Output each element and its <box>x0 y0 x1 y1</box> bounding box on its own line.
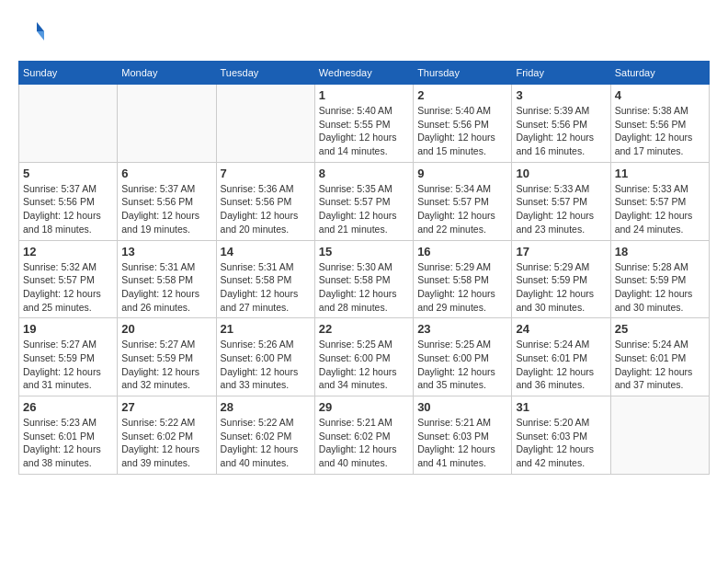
day-info: Sunrise: 5:28 AM Sunset: 5:59 PM Dayligh… <box>615 260 705 315</box>
calendar-cell: 27Sunrise: 5:22 AM Sunset: 6:02 PM Dayli… <box>118 396 216 475</box>
day-number: 6 <box>121 167 211 180</box>
calendar-cell: 6Sunrise: 5:37 AM Sunset: 5:56 PM Daylig… <box>118 162 216 240</box>
day-number: 21 <box>221 322 311 336</box>
day-info: Sunrise: 5:38 AM Sunset: 5:56 PM Dayligh… <box>615 104 705 158</box>
day-info: Sunrise: 5:31 AM Sunset: 5:58 PM Dayligh… <box>121 260 211 315</box>
day-info: Sunrise: 5:21 AM Sunset: 6:02 PM Dayligh… <box>319 416 409 470</box>
day-number: 7 <box>221 167 311 180</box>
day-info: Sunrise: 5:24 AM Sunset: 6:01 PM Dayligh… <box>615 338 705 392</box>
calendar-cell: 15Sunrise: 5:30 AM Sunset: 5:58 PM Dayli… <box>314 240 413 318</box>
day-number: 3 <box>516 88 606 102</box>
day-info: Sunrise: 5:20 AM Sunset: 6:03 PM Dayligh… <box>516 416 606 470</box>
calendar-cell: 28Sunrise: 5:22 AM Sunset: 6:02 PM Dayli… <box>216 396 314 475</box>
day-number: 11 <box>615 167 705 180</box>
calendar-cell: 4Sunrise: 5:38 AM Sunset: 5:56 PM Daylig… <box>610 85 709 163</box>
day-info: Sunrise: 5:33 AM Sunset: 5:57 PM Dayligh… <box>615 182 705 236</box>
day-number: 5 <box>23 167 113 180</box>
day-number: 14 <box>221 245 311 259</box>
calendar-cell: 20Sunrise: 5:27 AM Sunset: 5:59 PM Dayli… <box>118 318 216 396</box>
day-number: 22 <box>319 322 409 336</box>
calendar-cell: 2Sunrise: 5:40 AM Sunset: 5:56 PM Daylig… <box>414 85 512 163</box>
calendar-week-row: 1Sunrise: 5:40 AM Sunset: 5:55 PM Daylig… <box>19 85 710 163</box>
day-number: 4 <box>615 88 705 102</box>
day-number: 31 <box>516 400 606 414</box>
day-info: Sunrise: 5:27 AM Sunset: 5:59 PM Dayligh… <box>121 338 211 392</box>
calendar-cell: 29Sunrise: 5:21 AM Sunset: 6:02 PM Dayli… <box>314 396 413 475</box>
day-number: 2 <box>417 88 507 102</box>
calendar-cell: 25Sunrise: 5:24 AM Sunset: 6:01 PM Dayli… <box>610 318 709 396</box>
day-number: 25 <box>615 322 705 336</box>
day-info: Sunrise: 5:26 AM Sunset: 6:00 PM Dayligh… <box>221 338 311 392</box>
calendar-week-row: 19Sunrise: 5:27 AM Sunset: 5:59 PM Dayli… <box>19 318 710 396</box>
day-number: 9 <box>417 167 507 180</box>
calendar-header-friday: Friday <box>512 62 610 85</box>
calendar-header-row: SundayMondayTuesdayWednesdayThursdayFrid… <box>19 62 710 85</box>
day-number: 1 <box>319 88 409 102</box>
day-number: 13 <box>121 245 211 259</box>
calendar-week-row: 26Sunrise: 5:23 AM Sunset: 6:01 PM Dayli… <box>19 396 710 475</box>
day-number: 8 <box>319 167 409 180</box>
calendar-cell: 12Sunrise: 5:32 AM Sunset: 5:57 PM Dayli… <box>19 240 118 318</box>
day-number: 10 <box>516 167 606 180</box>
day-info: Sunrise: 5:27 AM Sunset: 5:59 PM Dayligh… <box>23 338 113 392</box>
day-number: 29 <box>319 400 409 414</box>
day-info: Sunrise: 5:37 AM Sunset: 5:56 PM Dayligh… <box>121 182 211 236</box>
calendar-cell: 19Sunrise: 5:27 AM Sunset: 5:59 PM Dayli… <box>19 318 118 396</box>
day-info: Sunrise: 5:21 AM Sunset: 6:03 PM Dayligh… <box>417 416 507 470</box>
calendar-header-saturday: Saturday <box>610 62 709 85</box>
day-number: 27 <box>121 400 211 414</box>
day-info: Sunrise: 5:35 AM Sunset: 5:57 PM Dayligh… <box>319 182 409 236</box>
calendar-cell: 11Sunrise: 5:33 AM Sunset: 5:57 PM Dayli… <box>610 162 709 240</box>
calendar-cell: 13Sunrise: 5:31 AM Sunset: 5:58 PM Dayli… <box>118 240 216 318</box>
calendar-header-monday: Monday <box>118 62 216 85</box>
day-info: Sunrise: 5:37 AM Sunset: 5:56 PM Dayligh… <box>23 182 113 236</box>
page-header <box>18 18 710 46</box>
calendar-cell: 16Sunrise: 5:29 AM Sunset: 5:58 PM Dayli… <box>414 240 512 318</box>
day-info: Sunrise: 5:22 AM Sunset: 6:02 PM Dayligh… <box>121 416 211 470</box>
day-number: 20 <box>121 322 211 336</box>
calendar-cell: 1Sunrise: 5:40 AM Sunset: 5:55 PM Daylig… <box>314 85 413 163</box>
calendar-cell: 23Sunrise: 5:25 AM Sunset: 6:00 PM Dayli… <box>414 318 512 396</box>
calendar-cell: 18Sunrise: 5:28 AM Sunset: 5:59 PM Dayli… <box>610 240 709 318</box>
day-info: Sunrise: 5:31 AM Sunset: 5:58 PM Dayligh… <box>221 260 311 315</box>
calendar-cell: 3Sunrise: 5:39 AM Sunset: 5:56 PM Daylig… <box>512 85 610 163</box>
calendar-cell <box>118 85 216 163</box>
day-number: 18 <box>615 245 705 259</box>
day-info: Sunrise: 5:33 AM Sunset: 5:57 PM Dayligh… <box>516 182 606 236</box>
calendar: SundayMondayTuesdayWednesdayThursdayFrid… <box>18 61 710 475</box>
day-info: Sunrise: 5:25 AM Sunset: 6:00 PM Dayligh… <box>417 338 507 392</box>
day-info: Sunrise: 5:29 AM Sunset: 5:59 PM Dayligh… <box>516 260 606 315</box>
day-info: Sunrise: 5:36 AM Sunset: 5:56 PM Dayligh… <box>221 182 311 236</box>
day-info: Sunrise: 5:40 AM Sunset: 5:56 PM Dayligh… <box>417 104 507 158</box>
calendar-cell: 5Sunrise: 5:37 AM Sunset: 5:56 PM Daylig… <box>19 162 118 240</box>
calendar-cell: 8Sunrise: 5:35 AM Sunset: 5:57 PM Daylig… <box>314 162 413 240</box>
day-info: Sunrise: 5:22 AM Sunset: 6:02 PM Dayligh… <box>221 416 311 470</box>
calendar-cell: 21Sunrise: 5:26 AM Sunset: 6:00 PM Dayli… <box>216 318 314 396</box>
calendar-cell: 26Sunrise: 5:23 AM Sunset: 6:01 PM Dayli… <box>19 396 118 475</box>
calendar-cell <box>19 85 118 163</box>
calendar-week-row: 5Sunrise: 5:37 AM Sunset: 5:56 PM Daylig… <box>19 162 710 240</box>
day-info: Sunrise: 5:30 AM Sunset: 5:58 PM Dayligh… <box>319 260 409 315</box>
day-info: Sunrise: 5:39 AM Sunset: 5:56 PM Dayligh… <box>516 104 606 158</box>
day-info: Sunrise: 5:24 AM Sunset: 6:01 PM Dayligh… <box>516 338 606 392</box>
calendar-week-row: 12Sunrise: 5:32 AM Sunset: 5:57 PM Dayli… <box>19 240 710 318</box>
calendar-cell: 31Sunrise: 5:20 AM Sunset: 6:03 PM Dayli… <box>512 396 610 475</box>
logo <box>18 18 50 46</box>
day-info: Sunrise: 5:29 AM Sunset: 5:58 PM Dayligh… <box>417 260 507 315</box>
day-number: 19 <box>23 322 113 336</box>
calendar-cell: 10Sunrise: 5:33 AM Sunset: 5:57 PM Dayli… <box>512 162 610 240</box>
calendar-cell: 30Sunrise: 5:21 AM Sunset: 6:03 PM Dayli… <box>414 396 512 475</box>
calendar-cell <box>216 85 314 163</box>
day-number: 16 <box>417 245 507 259</box>
calendar-header-tuesday: Tuesday <box>216 62 314 85</box>
day-number: 28 <box>221 400 311 414</box>
calendar-cell: 22Sunrise: 5:25 AM Sunset: 6:00 PM Dayli… <box>314 318 413 396</box>
svg-marker-1 <box>37 31 44 40</box>
day-info: Sunrise: 5:25 AM Sunset: 6:00 PM Dayligh… <box>319 338 409 392</box>
day-info: Sunrise: 5:23 AM Sunset: 6:01 PM Dayligh… <box>23 416 113 470</box>
calendar-cell: 14Sunrise: 5:31 AM Sunset: 5:58 PM Dayli… <box>216 240 314 318</box>
svg-marker-0 <box>37 22 44 31</box>
calendar-header-thursday: Thursday <box>414 62 512 85</box>
calendar-cell <box>610 396 709 475</box>
day-info: Sunrise: 5:34 AM Sunset: 5:57 PM Dayligh… <box>417 182 507 236</box>
